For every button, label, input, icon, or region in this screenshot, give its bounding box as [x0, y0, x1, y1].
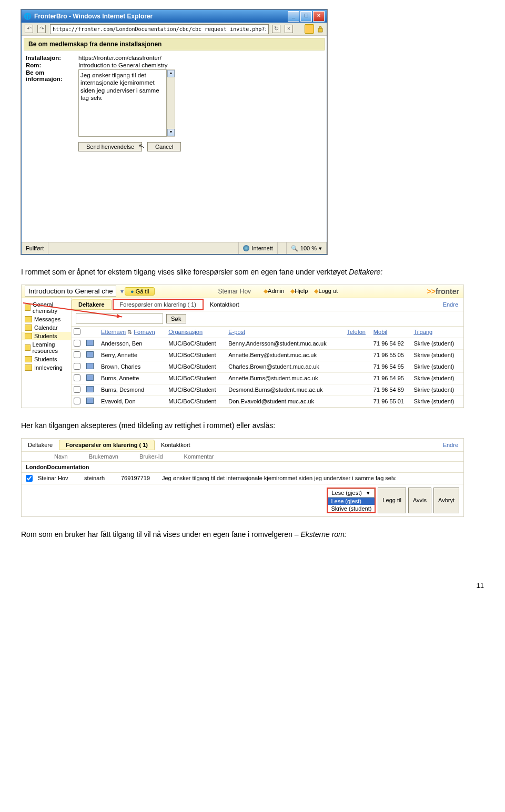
tab2-participants[interactable]: Deltakere: [22, 440, 59, 450]
minimize-button[interactable]: _: [288, 11, 299, 22]
body-text-3: Rom som en bruker har fått tilgang til v…: [21, 530, 484, 540]
top-links: ◆Admin◆Hjelp◆Logg ut: [264, 288, 342, 295]
current-user: Steinar Hov: [218, 288, 251, 295]
window-titlebar[interactable]: 🌐 FronterBro - Windows Internet Explorer…: [22, 10, 327, 23]
hdr-access[interactable]: Tilgang: [413, 329, 432, 335]
room-select[interactable]: [25, 286, 116, 297]
person-icon: [86, 363, 94, 369]
participants-table: Etternavn ⇅ Fornavn Organisasjon E-post …: [72, 327, 463, 408]
person-icon: [86, 386, 94, 392]
hdr-uid: Bruker-id: [139, 453, 163, 460]
page-number: 11: [21, 582, 484, 590]
stop-button[interactable]: ×: [285, 25, 293, 33]
sidebar: General chemistryMessagesCalendarStudent…: [22, 298, 72, 408]
access-dropdown[interactable]: Lese (gjest) ▾: [328, 489, 375, 498]
ie-dialog: 🌐 FronterBro - Windows Internet Explorer…: [21, 9, 327, 255]
edit-link-2[interactable]: Endre: [438, 442, 463, 448]
sidebar-item[interactable]: Messages: [22, 315, 71, 323]
access-option-2[interactable]: Skrive (student): [328, 505, 375, 512]
hdr-name: Navn: [54, 453, 68, 460]
table-row: Burns, DesmondMUC/BoC/StudentDesmond.Bur…: [72, 384, 463, 395]
row-checkbox[interactable]: [74, 386, 80, 393]
sidebar-item[interactable]: Students: [22, 332, 71, 340]
hdr-phone[interactable]: Telefon: [347, 329, 366, 335]
folder-icon: [25, 344, 31, 351]
top-link[interactable]: ◆Admin: [264, 288, 284, 295]
request-screenshot: Deltakere Forespørsler om klarering ( 1)…: [21, 438, 464, 517]
hdr-uname: Brukernavn: [89, 453, 118, 460]
table-row: Andersson, BenMUC/BoC/StudentBenny.Ander…: [72, 338, 463, 349]
top-link[interactable]: ◆Logg ut: [314, 288, 338, 295]
go-button[interactable]: [305, 24, 314, 34]
cursor-icon: ↖: [138, 141, 146, 151]
tab2-contact[interactable]: Kontaktkort: [155, 440, 197, 450]
body-text-2: Her kan tilgangen aksepteres (med tildel…: [21, 421, 484, 431]
value-room: Introduction to General chemistry: [78, 62, 322, 68]
tab-participants[interactable]: Deltakere: [72, 299, 112, 310]
person-icon: [86, 340, 94, 346]
req-uname: steinarh: [84, 475, 116, 481]
status-zoom[interactable]: 🔍 100 % ▾: [287, 242, 327, 254]
close-button[interactable]: ×: [313, 11, 325, 22]
maximize-button[interactable]: □: [300, 11, 312, 22]
dialog-heading: Be om medlemskap fra denne installasjone…: [24, 38, 325, 50]
send-button[interactable]: Send henvendelse: [78, 142, 142, 151]
globe-icon: [243, 245, 249, 251]
add-button[interactable]: Legg til: [378, 488, 406, 513]
row-checkbox[interactable]: [74, 351, 80, 358]
row-checkbox[interactable]: [74, 374, 80, 381]
row-checkbox[interactable]: [74, 340, 80, 347]
sidebar-item[interactable]: Innlevering: [22, 363, 71, 372]
hdr-email[interactable]: E-post: [228, 329, 245, 335]
abort-button[interactable]: Avbryt: [433, 488, 459, 513]
value-install: https://fronter.com/classfronter/: [78, 55, 322, 61]
hdr-org[interactable]: Organisasjon: [168, 329, 203, 335]
tab-contact[interactable]: Kontaktkort: [204, 300, 246, 309]
table-row: Burns, AnnetteMUC/BoC/StudentAnnette.Bur…: [72, 372, 463, 384]
table-row: Berry, AnnetteMUC/BoC/StudentAnnette.Ber…: [72, 349, 463, 361]
label-room: Rom:: [26, 62, 78, 68]
fronter-logo: >>fronter: [423, 287, 463, 296]
access-dropdown-highlighted: Lese (gjest) ▾ Lese (gjest) Skrive (stud…: [327, 488, 376, 513]
table-row: Brown, CharlesMUC/BoC/StudentCharles.Bro…: [72, 361, 463, 372]
cancel-button[interactable]: Cancel: [147, 142, 181, 151]
hdr-lastname[interactable]: Etternavn: [101, 329, 126, 335]
lock-icon: [317, 25, 324, 33]
person-icon: [86, 398, 94, 404]
request-row: Steinar Hov steinarh 769197719 Jeg ønske…: [22, 473, 463, 484]
sidebar-item[interactable]: Learning resources: [22, 340, 71, 355]
go-button[interactable]: ● Gå til: [125, 287, 155, 296]
refresh-button[interactable]: ↻: [272, 25, 280, 33]
group-row: LondonDocumentation: [22, 462, 463, 473]
label-install: Installasjon:: [26, 55, 78, 61]
hdr-mobile[interactable]: Mobil: [373, 329, 387, 335]
tab-requests[interactable]: Forespørsler om klarering ( 1): [113, 299, 204, 310]
row-checkbox[interactable]: [74, 398, 80, 404]
url-input[interactable]: [50, 24, 269, 34]
back-button[interactable]: ↶: [25, 25, 33, 33]
table-row: Evavold, DonMUC/BoC/StudentDon.Evavold@s…: [72, 395, 463, 407]
sidebar-item[interactable]: Students: [22, 355, 71, 363]
check-all[interactable]: [74, 328, 80, 335]
forward-button[interactable]: ↷: [37, 25, 46, 33]
req-checkbox[interactable]: [26, 475, 33, 482]
textarea-scrollbar[interactable]: ▴▾: [167, 69, 175, 137]
ie-icon: 🌐: [24, 13, 31, 20]
hdr-firstname[interactable]: Fornavn: [134, 329, 155, 335]
sidebar-item[interactable]: Calendar: [22, 323, 71, 332]
edit-link[interactable]: Endre: [438, 301, 463, 308]
status-protected: [278, 242, 287, 254]
access-option-1[interactable]: Lese (gjest): [328, 498, 375, 505]
search-button[interactable]: Søk: [166, 314, 186, 323]
top-link[interactable]: ◆Hjelp: [290, 288, 308, 295]
row-checkbox[interactable]: [74, 363, 80, 370]
person-icon: [86, 351, 94, 358]
address-bar: ↶ ↷ ↻ ×: [22, 23, 327, 36]
req-comment: Jeg ønsker tilgang til det internasjonal…: [162, 475, 459, 481]
folder-icon: [25, 356, 32, 362]
info-textarea[interactable]: Jeg ønsker tilgang til det internasjonal…: [78, 69, 167, 137]
tab2-requests[interactable]: Forespørsler om klarering ( 1): [59, 440, 155, 450]
reject-button[interactable]: Avvis: [408, 488, 431, 513]
req-name: Steinar Hov: [38, 475, 79, 481]
label-info: Be om informasjon:: [26, 69, 78, 138]
